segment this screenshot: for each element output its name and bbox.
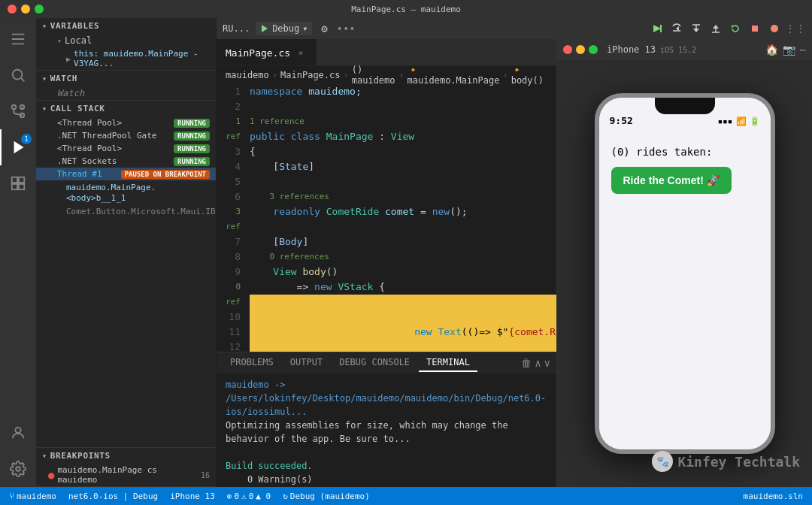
- status-running-3: RUNNING: [174, 144, 210, 153]
- sidebar-item-accounts[interactable]: [0, 415, 36, 451]
- phone-notch: [655, 98, 715, 114]
- tab-problems[interactable]: PROBLEMS: [223, 354, 281, 372]
- status-branch[interactable]: ⑂ mauidemo: [6, 491, 59, 501]
- step-out-button[interactable]: [707, 20, 725, 38]
- terminal-content: mauidemo -> /Users/lokinfey/Desktop/maui…: [217, 373, 556, 487]
- continue-button[interactable]: [648, 20, 666, 38]
- phone-close-dot[interactable]: [563, 45, 572, 54]
- callstack-thread-pool-2[interactable]: <Thread Pool> RUNNING: [36, 142, 216, 155]
- step-into-button[interactable]: [687, 20, 705, 38]
- local-group[interactable]: ▾ Local: [36, 34, 216, 47]
- status-target[interactable]: net6.0-ios | Debug: [65, 491, 161, 501]
- breadcrumb-mauidemo[interactable]: mauidemo: [226, 70, 269, 80]
- terminal-panel: PROBLEMS OUTPUT DEBUG CONSOLE TERMINAL 🗑…: [217, 352, 556, 487]
- close-button[interactable]: [8, 5, 17, 14]
- this-item[interactable]: ▶ this: mauidemo.MainPage - V3YAG...: [36, 47, 216, 70]
- svg-line-1: [21, 78, 24, 81]
- callstack-net-gate[interactable]: .NET ThreadPool Gate RUNNING: [36, 129, 216, 142]
- phone-more-icon[interactable]: ⋯: [800, 44, 806, 56]
- camera-icon[interactable]: 📷: [783, 44, 795, 56]
- breakpoints-chevron: ▾: [42, 452, 47, 460]
- phone-screen: 9:52 ▪▪▪ 📶 🔋 (0) rides taken:: [599, 98, 771, 449]
- tab-output[interactable]: OUTPUT: [283, 354, 330, 372]
- tab-terminal[interactable]: TERMINAL: [419, 354, 477, 372]
- phone-frame: 9:52 ▪▪▪ 📶 🔋 (0) rides taken:: [595, 93, 775, 454]
- status-errors[interactable]: ⊗ 0 ⚠ 0 ▲ 0: [224, 491, 274, 501]
- callstack-thread-pool-1[interactable]: <Thread Pool> RUNNING: [36, 116, 216, 129]
- more-toolbar-icon[interactable]: ⋮⋮: [785, 23, 806, 35]
- svg-point-10: [15, 428, 20, 433]
- callstack-thread1[interactable]: Thread #1 PAUSED ON BREAKPOINT: [36, 168, 216, 180]
- svg-rect-24: [752, 26, 758, 32]
- breadcrumb-ns[interactable]: () mauidemo: [352, 65, 396, 86]
- stop-button[interactable]: [746, 20, 764, 38]
- restart-button[interactable]: [726, 20, 744, 38]
- tab-mainpage[interactable]: MainPage.cs ×: [217, 39, 317, 65]
- call-stack-section: ▾ CALL STACK <Thread Pool> RUNNING .NET …: [36, 101, 216, 448]
- debug-dropdown[interactable]: Debug ▾: [256, 22, 312, 35]
- breadcrumb-mainpage[interactable]: MainPage.cs: [280, 70, 340, 80]
- tab-close-button[interactable]: ×: [295, 47, 307, 59]
- terminal-tab-bar: PROBLEMS OUTPUT DEBUG CONSOLE TERMINAL 🗑…: [217, 352, 556, 373]
- dropdown-arrow-icon: ▾: [302, 23, 308, 34]
- signal-icon: ▪▪▪: [718, 116, 733, 126]
- sidebar-item-explorer[interactable]: [0, 21, 36, 57]
- tab-debug-console[interactable]: DEBUG CONSOLE: [332, 354, 417, 372]
- trash-icon[interactable]: 🗑: [521, 357, 532, 369]
- more-icon[interactable]: •••: [336, 23, 355, 35]
- callstack-net-sockets[interactable]: .NET Sockets RUNNING: [36, 155, 216, 168]
- svg-marker-18: [693, 29, 699, 32]
- breadcrumb-class[interactable]: 🔸 mauidemo.MainPage: [408, 65, 500, 86]
- code-text[interactable]: namespace mauidemo; 1 reference public c…: [247, 84, 556, 352]
- svg-marker-12: [262, 25, 268, 32]
- svg-point-2: [12, 105, 17, 110]
- home-icon[interactable]: 🏠: [765, 44, 778, 56]
- breakpoint-item[interactable]: ● mauidemo.MainPage cs mauidemo 16: [36, 464, 216, 486]
- this-arrow: ▶: [66, 55, 71, 63]
- sidebar-panel: ▾ VARIABLES ▾ Local ▶ this: mauidemo.Mai…: [36, 18, 217, 487]
- phone-maximize-dot[interactable]: [589, 45, 598, 54]
- terminal-line-1: mauidemo -> /Users/lokinfey/Desktop/maui…: [226, 378, 547, 419]
- callstack-comet-button[interactable]: Comet.Button.Microsoft.Maui.IBu...: [36, 204, 216, 218]
- svg-marker-21: [713, 25, 719, 29]
- phone-model-label: iPhone 13: [607, 44, 656, 55]
- svg-rect-8: [12, 184, 17, 189]
- svg-marker-15: [676, 26, 679, 31]
- svg-point-25: [771, 25, 778, 32]
- chevron-down-icon[interactable]: ∨: [544, 357, 550, 369]
- sidebar-item-source-control[interactable]: [0, 93, 36, 129]
- activity-bar: 1: [0, 18, 36, 487]
- settings-icon[interactable]: ⚙: [315, 20, 333, 38]
- phone-window-controls[interactable]: [563, 45, 598, 54]
- call-stack-header[interactable]: ▾ CALL STACK: [36, 101, 216, 116]
- local-arrow: ▾: [57, 37, 62, 45]
- phone-minimize-dot[interactable]: [576, 45, 585, 54]
- branch-icon: ⑂: [9, 491, 14, 501]
- error-icon: ⊗: [227, 491, 232, 501]
- wifi-icon: 📶: [736, 116, 747, 126]
- maximize-button[interactable]: [35, 5, 44, 14]
- status-git-action[interactable]: ↻ Debug (mauidemo): [280, 491, 373, 501]
- chevron-up-icon[interactable]: ∧: [535, 357, 541, 369]
- code-editor: MainPage.cs × mauidemo › MainPage.cs › (…: [217, 39, 556, 487]
- sidebar-item-extensions[interactable]: [0, 165, 36, 201]
- status-file[interactable]: mauidemo.sln: [741, 491, 806, 501]
- sidebar-item-run-debug[interactable]: 1: [0, 129, 36, 165]
- record-button[interactable]: [765, 20, 783, 38]
- callstack-mainpage-body[interactable]: mauidemo.MainPage.<body>b__1_1: [36, 180, 216, 204]
- svg-rect-6: [12, 177, 17, 183]
- step-over-button[interactable]: [668, 20, 686, 38]
- minimize-button[interactable]: [21, 5, 30, 14]
- breakpoints-header[interactable]: ▾ BREAKPOINTS: [36, 448, 216, 464]
- phone-ios-label: iOS 15.2: [660, 46, 696, 54]
- phone-ride-button[interactable]: Ride the Comet! 🚀: [611, 167, 732, 194]
- status-device[interactable]: iPhone 13: [167, 491, 218, 501]
- sidebar-item-search[interactable]: [0, 57, 36, 93]
- window-controls[interactable]: [8, 5, 44, 14]
- watch-header[interactable]: ▾ WATCH: [36, 71, 216, 86]
- sidebar-item-settings[interactable]: [0, 451, 36, 487]
- editor-content-area: MainPage.cs × mauidemo › MainPage.cs › (…: [217, 39, 812, 487]
- breadcrumb-method[interactable]: 🔸 body(): [511, 65, 547, 86]
- line-numbers: 1 2 1 ref 3 4 5 6 3 ref 7 8 9 0 ref: [217, 84, 247, 352]
- variables-header[interactable]: ▾ VARIABLES: [36, 18, 216, 34]
